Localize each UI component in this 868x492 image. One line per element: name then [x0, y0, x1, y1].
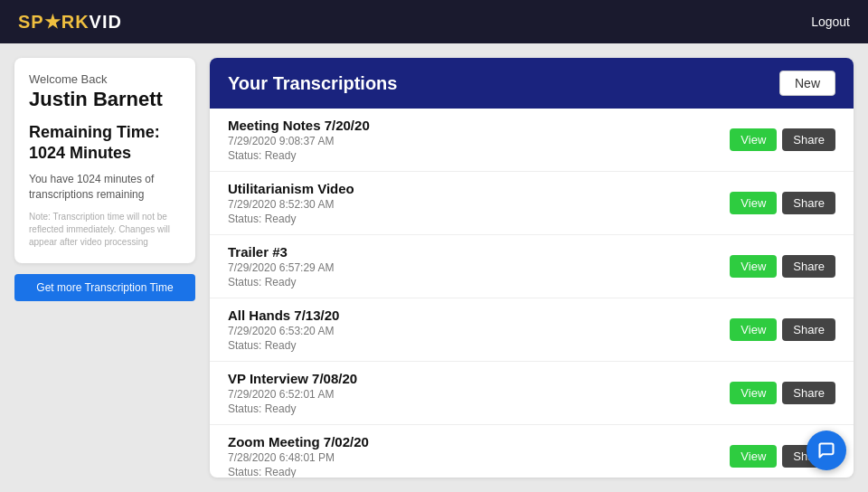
logo-vid: VID	[90, 12, 122, 32]
item-title: All Hands 7/13/20	[228, 308, 730, 323]
share-button[interactable]: Share	[782, 192, 835, 214]
table-row: All Hands 7/13/20 7/29/2020 6:53:20 AM S…	[210, 298, 854, 362]
item-info: VP Interview 7/08/20 7/29/2020 6:52:01 A…	[228, 371, 730, 415]
table-row: Zoom Meeting 7/02/20 7/28/2020 6:48:01 P…	[210, 425, 854, 478]
share-button[interactable]: Share	[782, 255, 835, 278]
item-date: 7/28/2020 6:48:01 PM	[228, 451, 730, 464]
table-row: Trailer #3 7/29/2020 6:57:29 AM Status: …	[210, 235, 854, 298]
item-date: 7/29/2020 6:57:29 AM	[228, 261, 730, 274]
item-date: 7/29/2020 9:08:37 AM	[228, 135, 730, 147]
panel-header: Your Transcriptions New	[210, 58, 854, 109]
remaining-desc: You have 1024 minutes of transcriptions …	[29, 172, 181, 203]
item-date: 7/29/2020 8:52:30 AM	[228, 198, 730, 211]
new-button[interactable]: New	[779, 71, 835, 96]
item-date: 7/29/2020 6:52:01 AM	[228, 388, 730, 401]
view-button[interactable]: View	[730, 382, 777, 404]
user-card: Welcome Back Justin Barnett Remaining Ti…	[14, 58, 195, 263]
logo-spark: SP★RK	[18, 12, 90, 32]
item-actions: View Share	[730, 382, 835, 404]
table-row: Meeting Notes 7/20/20 7/29/2020 9:08:37 …	[210, 109, 854, 172]
view-button[interactable]: View	[730, 318, 777, 341]
user-name: Justin Barnett	[29, 88, 181, 111]
logo: SP★RKVID	[18, 11, 122, 33]
item-title: Zoom Meeting 7/02/20	[228, 434, 730, 449]
transcriptions-panel: Your Transcriptions New Meeting Notes 7/…	[210, 58, 854, 478]
transcription-list: Meeting Notes 7/20/20 7/29/2020 9:08:37 …	[210, 109, 854, 478]
view-button[interactable]: View	[730, 445, 777, 468]
item-actions: View Share	[730, 255, 835, 278]
fab-button[interactable]	[807, 430, 846, 470]
item-info: Zoom Meeting 7/02/20 7/28/2020 6:48:01 P…	[228, 434, 730, 478]
share-button[interactable]: Share	[782, 318, 835, 341]
item-info: All Hands 7/13/20 7/29/2020 6:53:20 AM S…	[228, 308, 730, 352]
panel-title: Your Transcriptions	[228, 73, 397, 94]
item-status: Status: Ready	[228, 213, 730, 225]
item-status: Status: Ready	[228, 466, 730, 478]
view-button[interactable]: View	[730, 128, 777, 151]
logout-button[interactable]: Logout	[811, 14, 850, 29]
table-row: VP Interview 7/08/20 7/29/2020 6:52:01 A…	[210, 362, 854, 425]
item-actions: View Share	[730, 318, 835, 341]
get-more-button[interactable]: Get more Transcription Time	[14, 274, 195, 301]
share-button[interactable]: Share	[782, 382, 835, 404]
item-date: 7/29/2020 6:53:20 AM	[228, 325, 730, 337]
item-info: Meeting Notes 7/20/20 7/29/2020 9:08:37 …	[228, 118, 730, 162]
welcome-label: Welcome Back	[29, 72, 181, 86]
item-title: Meeting Notes 7/20/20	[228, 118, 730, 133]
item-info: Trailer #3 7/29/2020 6:57:29 AM Status: …	[228, 244, 730, 289]
item-status: Status: Ready	[228, 339, 730, 352]
note-text: Note: Transcription time will not be ref…	[29, 211, 181, 249]
item-title: VP Interview 7/08/20	[228, 371, 730, 386]
top-bar: SP★RKVID Logout	[0, 0, 868, 43]
item-info: Utilitarianism Video 7/29/2020 8:52:30 A…	[228, 181, 730, 225]
remaining-time: Remaining Time: 1024 Minutes	[29, 122, 181, 165]
item-status: Status: Ready	[228, 276, 730, 289]
item-actions: View Share	[730, 128, 835, 151]
item-status: Status: Ready	[228, 149, 730, 162]
item-title: Utilitarianism Video	[228, 181, 730, 196]
share-button[interactable]: Share	[782, 128, 835, 151]
view-button[interactable]: View	[730, 192, 777, 214]
view-button[interactable]: View	[730, 255, 777, 278]
item-status: Status: Ready	[228, 402, 730, 415]
item-title: Trailer #3	[228, 244, 730, 260]
table-row: Utilitarianism Video 7/29/2020 8:52:30 A…	[210, 172, 854, 235]
main-content: Welcome Back Justin Barnett Remaining Ti…	[0, 43, 868, 492]
sidebar: Welcome Back Justin Barnett Remaining Ti…	[14, 58, 195, 478]
item-actions: View Share	[730, 192, 835, 214]
